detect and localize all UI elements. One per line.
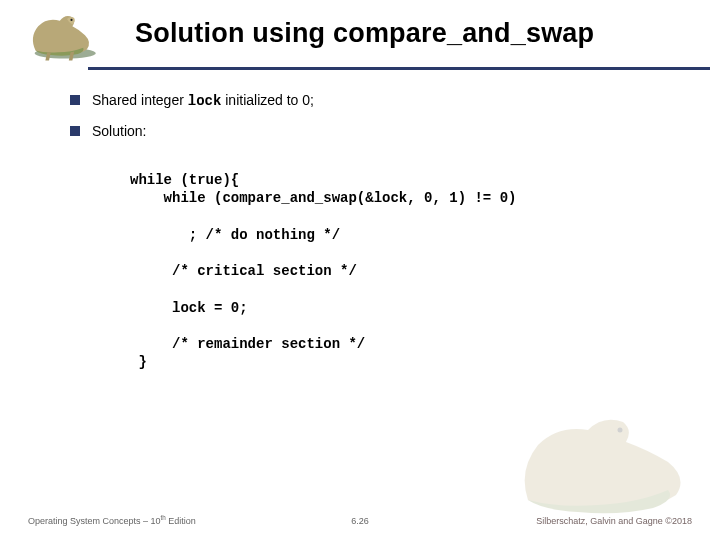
footer-left: Operating System Concepts – 10th Edition <box>28 514 196 526</box>
square-bullet-icon <box>70 95 80 105</box>
footer: Operating System Concepts – 10th Edition… <box>0 510 720 530</box>
title-underline <box>88 67 710 70</box>
inline-code: lock <box>188 93 222 109</box>
text: Edition <box>166 516 196 526</box>
code-line: while (compare_and_swap(&lock, 0, 1) != … <box>130 190 516 206</box>
bullet-text: Shared integer lock initialized to 0; <box>92 92 314 109</box>
code-line: /* remainder section */ <box>130 336 365 352</box>
code-line: ; /* do nothing */ <box>130 227 340 243</box>
page-title: Solution using compare_and_swap <box>135 18 594 49</box>
bullet-text: Solution: <box>92 123 146 139</box>
code-line: lock = 0; <box>130 300 248 316</box>
square-bullet-icon <box>70 126 80 136</box>
slide: Solution using compare_and_swap Shared i… <box>0 0 720 540</box>
dinosaur-watermark-icon <box>508 400 708 520</box>
bullet-item: Solution: <box>70 123 680 139</box>
svg-point-1 <box>70 19 72 21</box>
code-line: /* critical section */ <box>130 263 357 279</box>
header: Solution using compare_and_swap <box>30 12 690 74</box>
code-line: while (true){ <box>130 172 239 188</box>
code-block: while (true){ while (compare_and_swap(&l… <box>130 153 680 389</box>
text: initialized to 0; <box>221 92 314 108</box>
text: Operating System Concepts – 10 <box>28 516 161 526</box>
svg-point-2 <box>618 428 623 433</box>
footer-page-number: 6.26 <box>351 516 369 526</box>
bullet-item: Shared integer lock initialized to 0; <box>70 92 680 109</box>
text: Shared integer <box>92 92 188 108</box>
code-line: } <box>130 354 147 370</box>
content-area: Shared integer lock initialized to 0; So… <box>70 92 680 389</box>
dinosaur-icon <box>22 8 112 66</box>
footer-copyright: Silberschatz, Galvin and Gagne ©2018 <box>536 516 692 526</box>
